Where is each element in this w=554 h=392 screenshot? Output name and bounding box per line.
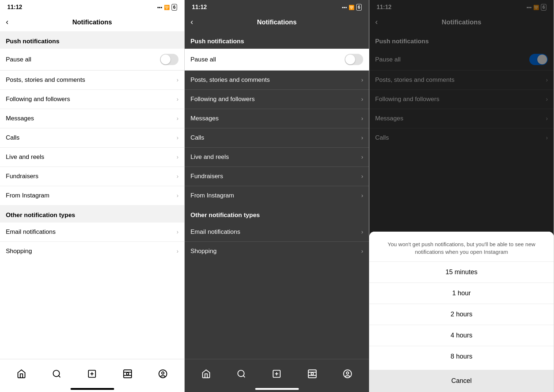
svg-point-0 xyxy=(53,370,59,376)
chevron-icon: › xyxy=(177,96,178,103)
chevron-icon: › xyxy=(177,77,178,83)
chevron-icon: › xyxy=(361,192,363,199)
profile-nav-icon[interactable] xyxy=(342,368,353,379)
home-indicator-2 xyxy=(255,388,299,390)
bottom-nav-2 xyxy=(185,359,369,388)
list-item[interactable]: Shopping › xyxy=(0,242,184,261)
phone-panel-2: 11:12 ▪▪▪ 🛜 6 ‹ Notifications Push notif… xyxy=(185,0,369,392)
modal-sheet: You won't get push notifications, but yo… xyxy=(369,232,554,392)
home-indicator-1 xyxy=(71,388,114,390)
bottom-nav-1 xyxy=(0,359,184,388)
modal-option-2hours[interactable]: 2 hours xyxy=(369,304,554,325)
list-item[interactable]: Posts, stories and comments › xyxy=(0,71,184,90)
pause-all-toggle-1[interactable] xyxy=(160,54,178,65)
pause-all-label-1: Pause all xyxy=(6,56,31,63)
list-item[interactable]: Following and followers › xyxy=(185,90,369,109)
list-item[interactable]: Email notifications › xyxy=(185,223,369,242)
toggle-knob-1 xyxy=(161,55,170,64)
chevron-icon: › xyxy=(361,154,363,160)
back-button-2[interactable]: ‹ xyxy=(190,17,193,27)
list-item[interactable]: Email notifications › xyxy=(0,223,184,242)
add-nav-icon[interactable] xyxy=(87,368,97,379)
pause-all-row-2[interactable]: Pause all xyxy=(185,49,369,71)
modal-overlay: You won't get push notifications, but yo… xyxy=(369,0,554,392)
chevron-icon: › xyxy=(177,154,178,160)
toggle-knob-2 xyxy=(345,55,355,64)
svg-line-1 xyxy=(59,376,60,377)
list-item[interactable]: Following and followers › xyxy=(0,90,184,109)
chevron-icon: › xyxy=(361,173,363,180)
list-item[interactable]: Live and reels › xyxy=(0,148,184,167)
nav-list-2: Posts, stories and comments › Following … xyxy=(185,71,369,205)
nav-list-1: Posts, stories and comments › Following … xyxy=(0,71,184,205)
header-2: ‹ Notifications xyxy=(185,13,369,31)
pause-all-row-1[interactable]: Pause all xyxy=(0,49,184,71)
modal-description: You won't get push notifications, but yo… xyxy=(369,232,554,261)
chevron-icon: › xyxy=(177,192,178,199)
chevron-icon: › xyxy=(177,229,178,235)
status-icons-1: ▪▪▪ 🛜 6 xyxy=(157,4,177,11)
chevron-icon: › xyxy=(177,115,178,122)
search-nav-icon[interactable] xyxy=(236,368,247,379)
phone-panel-3: 11:12 ▪▪▪ 🛜 6 ‹ Notifications Push notif… xyxy=(369,0,554,392)
svg-point-6 xyxy=(127,372,129,375)
page-title-1: Notifications xyxy=(72,19,112,26)
back-button-1[interactable]: ‹ xyxy=(6,17,8,27)
status-time-1: 11:12 xyxy=(7,4,22,11)
other-list-1: Email notifications › Shopping › xyxy=(0,223,184,261)
svg-point-10 xyxy=(162,372,164,374)
push-notifications-header-1: Push notifications xyxy=(0,31,184,49)
reels-nav-icon[interactable] xyxy=(307,368,318,379)
pause-all-label-2: Pause all xyxy=(190,56,216,63)
chevron-icon: › xyxy=(177,173,178,180)
svg-point-17 xyxy=(311,372,314,375)
add-nav-icon[interactable] xyxy=(271,368,282,379)
list-item[interactable]: Fundraisers › xyxy=(0,167,184,186)
list-item[interactable]: Messages › xyxy=(185,109,369,128)
modal-option-4hours[interactable]: 4 hours xyxy=(369,325,554,346)
list-item[interactable]: Messages › xyxy=(0,109,184,128)
chevron-icon: › xyxy=(361,96,363,103)
list-item[interactable]: Calls › xyxy=(185,128,369,148)
battery-icon-2: 6 xyxy=(356,4,362,11)
chevron-icon: › xyxy=(177,135,178,141)
status-bar-1: 11:12 ▪▪▪ 🛜 6 xyxy=(0,0,184,13)
content-1: Push notifications Pause all Posts, stor… xyxy=(0,31,184,359)
signal-icon-2: ▪▪▪ xyxy=(342,5,347,10)
list-item[interactable]: From Instagram › xyxy=(185,186,369,205)
modal-cancel-button[interactable]: Cancel xyxy=(369,370,554,392)
push-notifications-header-2: Push notifications xyxy=(185,31,369,49)
svg-point-11 xyxy=(238,370,244,376)
reels-nav-icon[interactable] xyxy=(122,368,133,379)
phone-panel-1: 11:12 ▪▪▪ 🛜 6 ‹ Notifications Push notif… xyxy=(0,0,185,392)
pause-all-toggle-2[interactable] xyxy=(345,54,363,65)
other-notifications-header-1: Other notification types xyxy=(0,205,184,223)
home-nav-icon[interactable] xyxy=(16,368,27,379)
other-list-2: Email notifications › Shopping › xyxy=(185,223,369,261)
list-item[interactable]: Live and reels › xyxy=(185,148,369,167)
status-icons-2: ▪▪▪ 🛜 6 xyxy=(342,4,362,11)
list-item[interactable]: Posts, stories and comments › xyxy=(185,71,369,90)
modal-option-8hours[interactable]: 8 hours xyxy=(369,346,554,367)
modal-option-1hour[interactable]: 1 hour xyxy=(369,283,554,304)
search-nav-icon[interactable] xyxy=(51,368,62,379)
svg-point-21 xyxy=(346,372,349,374)
chevron-icon: › xyxy=(361,229,363,235)
home-nav-icon[interactable] xyxy=(201,368,212,379)
battery-icon-1: 6 xyxy=(172,4,177,11)
modal-option-15min[interactable]: 15 minutes xyxy=(369,261,554,283)
other-notifications-header-2: Other notification types xyxy=(185,205,369,223)
chevron-icon: › xyxy=(361,248,363,255)
svg-rect-16 xyxy=(308,370,316,378)
chevron-icon: › xyxy=(361,77,363,83)
list-item[interactable]: Fundraisers › xyxy=(185,167,369,186)
content-2: Push notifications Pause all Posts, stor… xyxy=(185,31,369,359)
status-bar-2: 11:12 ▪▪▪ 🛜 6 xyxy=(185,0,369,13)
chevron-icon: › xyxy=(361,135,363,141)
list-item[interactable]: From Instagram › xyxy=(0,186,184,205)
list-item[interactable]: Shopping › xyxy=(185,242,369,261)
profile-nav-icon[interactable] xyxy=(157,368,168,379)
page-title-2: Notifications xyxy=(257,19,297,26)
list-item[interactable]: Calls › xyxy=(0,128,184,148)
svg-rect-5 xyxy=(124,370,132,378)
